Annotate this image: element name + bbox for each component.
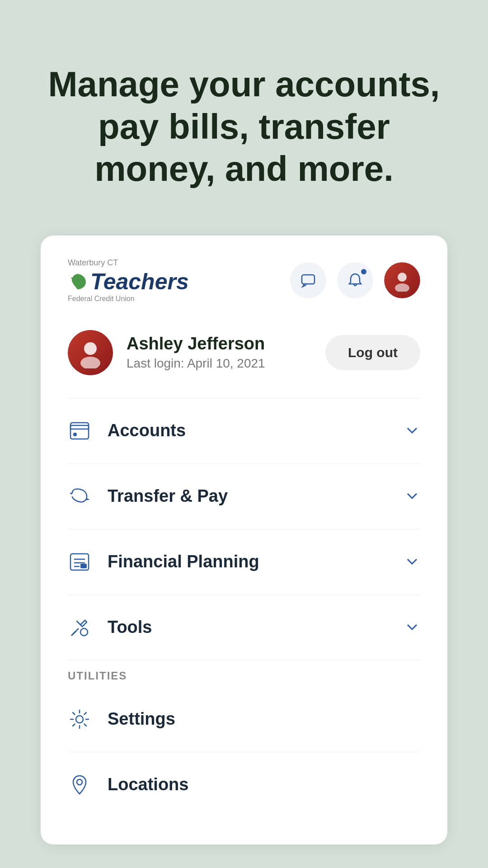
logout-button[interactable]: Log out (325, 335, 420, 370)
card-header: Waterbury CT Teachers Federal Credit Uni… (41, 236, 447, 316)
financial-planning-label: Financial Planning (108, 552, 388, 571)
accounts-icon (68, 419, 91, 443)
logo-top-text: Waterbury CT (68, 258, 189, 268)
menu-item-locations[interactable]: Locations (41, 752, 447, 817)
settings-icon (68, 708, 91, 731)
last-login-label: Last login: (127, 356, 184, 370)
logo-bottom-text: Federal Credit Union (68, 295, 189, 303)
svg-point-1 (398, 273, 407, 282)
avatar-silhouette (391, 269, 413, 292)
message-button[interactable] (290, 262, 326, 298)
accounts-chevron-icon (404, 423, 420, 439)
svg-point-16 (77, 779, 82, 785)
svg-point-3 (84, 342, 97, 355)
user-avatar-silhouette (75, 337, 106, 368)
svg-line-13 (71, 631, 76, 636)
menu-item-transfer-pay[interactable]: Transfer & Pay (41, 464, 447, 529)
message-icon (300, 272, 316, 288)
accounts-label: Accounts (108, 421, 388, 440)
svg-point-14 (80, 628, 88, 636)
last-login-date: April 10, 2021 (187, 356, 265, 370)
tools-label: Tools (108, 618, 388, 637)
svg-rect-0 (302, 275, 314, 284)
logo-brand-text: Teachers (90, 269, 189, 295)
tools-icon (68, 616, 91, 639)
user-row: Ashley Jefferson Last login: April 10, 2… (41, 316, 447, 398)
svg-point-7 (73, 433, 77, 436)
menu-item-financial-planning[interactable]: Financial Planning (41, 529, 447, 594)
svg-point-4 (80, 357, 100, 368)
user-info: Ashley Jefferson Last login: April 10, 2… (68, 330, 265, 375)
logo-main-row: Teachers (68, 269, 189, 295)
tools-chevron-icon (404, 619, 420, 636)
user-avatar (68, 330, 113, 375)
locations-label: Locations (108, 775, 420, 794)
user-name: Ashley Jefferson (127, 334, 265, 354)
financial-planning-icon (68, 550, 91, 574)
notification-button[interactable] (337, 262, 373, 298)
user-details: Ashley Jefferson Last login: April 10, 2… (127, 334, 265, 371)
last-login-text: Last login: April 10, 2021 (127, 356, 265, 371)
settings-label: Settings (108, 709, 420, 729)
svg-point-2 (395, 283, 409, 292)
header-icons (290, 262, 420, 298)
main-card: Waterbury CT Teachers Federal Credit Uni… (41, 236, 447, 844)
svg-rect-12 (80, 564, 87, 568)
financial-planning-chevron-icon (404, 554, 420, 570)
header-avatar[interactable] (384, 262, 420, 298)
hero-section: Manage your accounts, pay bills, transfe… (0, 0, 488, 236)
menu-item-tools[interactable]: Tools (41, 595, 447, 660)
header-avatar-image (384, 262, 420, 298)
menu-item-settings[interactable]: Settings (41, 687, 447, 752)
menu-item-accounts[interactable]: Accounts (41, 398, 447, 463)
svg-rect-6 (70, 425, 89, 429)
transfer-pay-icon (68, 485, 91, 508)
hero-title: Manage your accounts, pay bills, transfe… (36, 63, 452, 190)
logo: Waterbury CT Teachers Federal Credit Uni… (68, 258, 189, 303)
utilities-section-label: UTILITIES (41, 660, 447, 687)
svg-point-15 (76, 716, 83, 723)
transfer-pay-chevron-icon (404, 488, 420, 505)
locations-icon (68, 773, 91, 797)
logo-leaf-icon (68, 273, 88, 290)
transfer-pay-label: Transfer & Pay (108, 486, 388, 506)
notification-dot (360, 268, 368, 276)
